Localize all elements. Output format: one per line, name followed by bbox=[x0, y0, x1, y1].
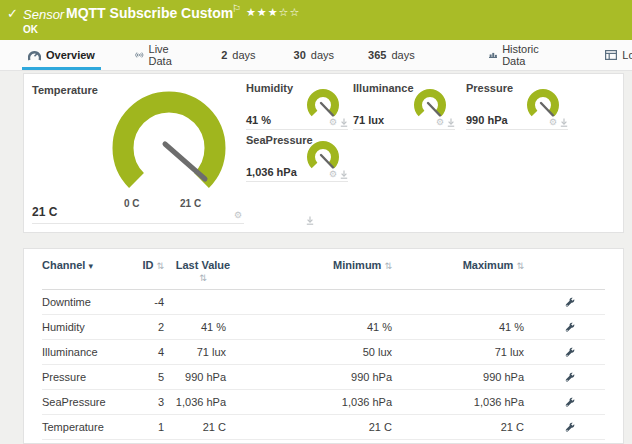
table-row: SeaPressure 3 1,036 hPa 1,036 hPa 1,036 … bbox=[42, 390, 605, 415]
column-header-maximum[interactable]: Maximum ⇅ bbox=[402, 259, 534, 271]
gauge-panel-illuminance: Illuminance 71 lux ⚙ bbox=[353, 82, 455, 130]
gauge-panel-humidity: Humidity 41 % ⚙ bbox=[246, 82, 348, 130]
cell-last-value: 71 lux bbox=[172, 340, 234, 364]
channel-settings-wrench-icon[interactable] bbox=[534, 346, 605, 358]
cell-id: 4 bbox=[134, 340, 172, 364]
tab-30-days[interactable]: 30 days bbox=[288, 40, 341, 70]
cell-maximum: 1,036 hPa bbox=[402, 390, 534, 414]
sort-icon: ⇅ bbox=[516, 261, 524, 271]
tab-live-data[interactable]: Live Data bbox=[129, 40, 183, 70]
cell-maximum: 41 % bbox=[402, 315, 534, 339]
gauge-title: Temperature bbox=[32, 84, 98, 96]
pin-icon[interactable] bbox=[306, 216, 314, 225]
sensor-kind-label: Sensor bbox=[23, 7, 64, 22]
cell-id: 2 bbox=[134, 315, 172, 339]
cell-maximum: 21 C bbox=[402, 415, 534, 439]
gauges-panel: Temperature 0 C 21 C 21 C ⚙ Humidity 41 … bbox=[23, 73, 624, 233]
cell-channel: Humidity bbox=[42, 315, 134, 339]
table-row: Pressure 5 990 hPa 990 hPa 990 hPa bbox=[42, 365, 605, 390]
priority-flag-icon[interactable]: ⚐ bbox=[232, 3, 241, 14]
stars-empty[interactable]: ☆☆ bbox=[279, 6, 301, 18]
temperature-gauge-dial bbox=[104, 86, 234, 208]
tab-label: Log bbox=[622, 49, 632, 61]
pin-icon[interactable] bbox=[340, 118, 348, 127]
stars-filled[interactable]: ★★★ bbox=[246, 6, 279, 18]
tab-number: 2 bbox=[221, 49, 227, 61]
cell-channel: Downtime bbox=[42, 290, 134, 314]
cell-channel: Illuminance bbox=[42, 340, 134, 364]
gauge-settings-gear-icon[interactable]: ⚙ bbox=[329, 169, 337, 179]
gauge-title: Humidity bbox=[246, 82, 293, 94]
tab-2-days[interactable]: 2 days bbox=[215, 40, 261, 70]
tab-label: Overview bbox=[46, 49, 95, 61]
live-data-icon bbox=[135, 50, 144, 60]
gauge-panel-pressure: Pressure 990 hPa ⚙ bbox=[466, 82, 568, 130]
tab-label: days bbox=[311, 49, 334, 61]
status-badge: OK bbox=[23, 24, 38, 35]
cell-maximum: 990 hPa bbox=[402, 365, 534, 389]
status-check-icon: ✓ bbox=[7, 6, 18, 21]
table-row: Temperature 1 21 C 21 C 21 C bbox=[42, 415, 605, 440]
log-table-icon bbox=[605, 50, 617, 60]
tab-number: 365 bbox=[368, 49, 386, 61]
gauge-title: Illuminance bbox=[353, 82, 414, 94]
priority-stars[interactable]: ★★★☆☆ bbox=[246, 6, 300, 19]
gauge-settings-gear-icon[interactable]: ⚙ bbox=[329, 117, 337, 127]
cell-minimum: 50 lux bbox=[234, 340, 402, 364]
tab-label: Historic Data bbox=[502, 43, 543, 67]
pin-icon[interactable] bbox=[447, 118, 455, 127]
tab-historic-data[interactable]: Historic Data bbox=[483, 40, 550, 70]
pin-icon[interactable] bbox=[560, 118, 568, 127]
table-row: Illuminance 4 71 lux 50 lux 71 lux bbox=[42, 340, 605, 365]
gauge-settings-gear-icon[interactable]: ⚙ bbox=[549, 117, 557, 127]
cell-minimum: 41 % bbox=[234, 315, 402, 339]
gauge-settings-gear-icon[interactable]: ⚙ bbox=[436, 117, 444, 127]
pin-icon[interactable] bbox=[340, 170, 348, 179]
column-header-channel[interactable]: Channel ▾ bbox=[42, 259, 134, 271]
cell-id: 1 bbox=[134, 415, 172, 439]
cell-maximum: 71 lux bbox=[402, 340, 534, 364]
cell-id: 5 bbox=[134, 365, 172, 389]
gauge-value: 21 C bbox=[32, 205, 57, 219]
sensor-title: MQTT Subscribe Custom bbox=[66, 5, 233, 21]
tab-bar: Overview Live Data 2 days 30 days 365 da… bbox=[0, 40, 632, 71]
sensor-header: ✓ Sensor MQTT Subscribe Custom ⚐ ★★★☆☆ O… bbox=[0, 0, 632, 40]
cell-last-value: 990 hPa bbox=[172, 365, 234, 389]
column-header-last-value[interactable]: Last Value ⇅ bbox=[172, 259, 234, 283]
table-row: Humidity 2 41 % 41 % 41 % bbox=[42, 315, 605, 340]
cell-id: -4 bbox=[134, 290, 172, 314]
tab-log[interactable]: Log bbox=[599, 40, 632, 70]
bar-chart-icon bbox=[489, 50, 498, 60]
tab-365-days[interactable]: 365 days bbox=[362, 40, 421, 70]
gauge-icon bbox=[28, 50, 41, 61]
channel-settings-wrench-icon[interactable] bbox=[534, 371, 605, 383]
gauge-value: 41 % bbox=[246, 114, 271, 126]
gauge-scale-max: 21 C bbox=[180, 198, 201, 209]
gauge-scale-min: 0 C bbox=[124, 198, 140, 209]
cell-id: 3 bbox=[134, 390, 172, 414]
channel-settings-wrench-icon[interactable] bbox=[534, 396, 605, 408]
column-header-id[interactable]: ID ⇅ bbox=[134, 259, 172, 271]
tab-overview[interactable]: Overview bbox=[22, 40, 101, 70]
column-header-minimum[interactable]: Minimum ⇅ bbox=[234, 259, 402, 271]
table-row: Downtime -4 bbox=[42, 290, 605, 315]
cell-channel: Temperature bbox=[42, 415, 134, 439]
sort-icon: ⇅ bbox=[384, 261, 392, 271]
cell-last-value: 1,036 hPa bbox=[172, 390, 234, 414]
tab-label: days bbox=[391, 49, 414, 61]
cell-channel: SeaPressure bbox=[42, 390, 134, 414]
channel-settings-wrench-icon[interactable] bbox=[534, 321, 605, 333]
cell-last-value: 41 % bbox=[172, 315, 234, 339]
cell-minimum: 1,036 hPa bbox=[234, 390, 402, 414]
gauge-settings-gear-icon[interactable]: ⚙ bbox=[234, 210, 242, 220]
cell-last-value: 21 C bbox=[172, 415, 234, 439]
tab-label: days bbox=[232, 49, 255, 61]
channel-settings-wrench-icon[interactable] bbox=[534, 421, 605, 433]
cell-minimum: 21 C bbox=[234, 415, 402, 439]
channel-settings-wrench-icon[interactable] bbox=[534, 296, 605, 308]
table-header-row: Channel ▾ ID ⇅ Last Value ⇅ Minimum ⇅ Ma… bbox=[42, 249, 605, 290]
gauge-panel-temperature: Temperature 0 C 21 C 21 C ⚙ bbox=[32, 80, 244, 224]
gauge-title: Pressure bbox=[466, 82, 513, 94]
cell-minimum: 990 hPa bbox=[234, 365, 402, 389]
gauge-value: 990 hPa bbox=[466, 114, 508, 126]
